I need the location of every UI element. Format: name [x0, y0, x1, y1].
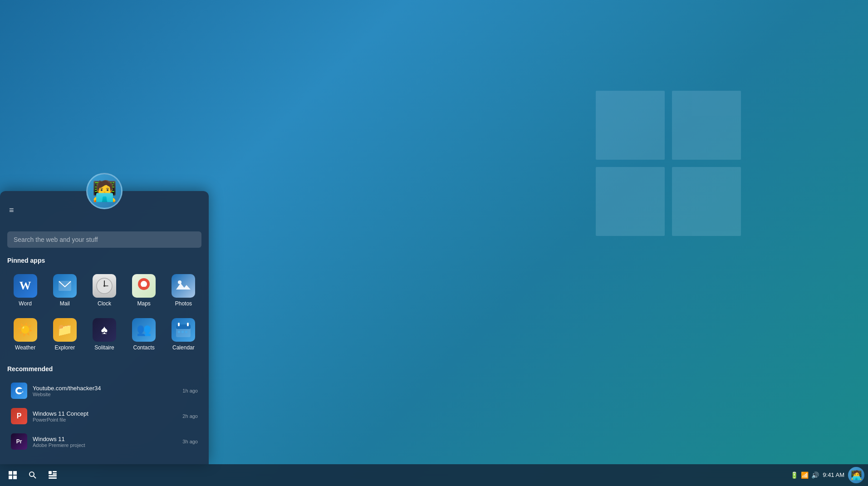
svg-rect-15 [185, 331, 187, 333]
rec-item-youtube[interactable]: Youtube.com/thehacker34Website1h ago [7, 379, 201, 403]
svg-rect-13 [178, 331, 180, 333]
photos-label: Photos [175, 300, 192, 307]
rec-item-windows11[interactable]: PrWindows 11Adobe Premiere project3h ago [7, 430, 201, 453]
taskbar-avatar[interactable]: 🧑‍💻 [848, 467, 864, 483]
win11concept-icon: P [11, 408, 27, 424]
taskbar-system-icons: 🔋 📶 🔊 [790, 471, 819, 479]
svg-line-21 [34, 476, 36, 478]
svg-point-20 [29, 472, 34, 476]
svg-rect-16 [9, 471, 12, 475]
pinned-app-word[interactable]: WWord [7, 270, 43, 310]
search-taskbar-button[interactable] [24, 466, 42, 484]
win11concept-time: 2h ago [182, 413, 198, 419]
pinned-app-maps[interactable]: Maps [126, 270, 162, 310]
maps-icon [132, 274, 156, 298]
battery-icon: 🔋 [790, 471, 798, 479]
svg-rect-18 [9, 476, 12, 479]
win-pane-bl [596, 167, 665, 236]
taskbar-clock[interactable]: 9:41 AM [823, 471, 844, 479]
taskbar-right: 🔋 📶 🔊 9:41 AM 🧑‍💻 [790, 467, 868, 483]
svg-point-4 [103, 285, 105, 287]
explorer-label: Explorer [54, 344, 75, 351]
recommended-label: Recommended [7, 365, 201, 373]
calendar-label: Calendar [172, 344, 195, 351]
win11concept-info: Windows 11 ConceptPowerPoint file [33, 410, 182, 422]
win-pane-tl [596, 91, 665, 160]
youtube-name: Youtube.com/thehacker34 [33, 385, 182, 392]
mail-icon [53, 274, 77, 298]
pinned-apps-label: Pinned apps [7, 257, 201, 264]
youtube-icon [11, 383, 27, 399]
maps-label: Maps [137, 300, 151, 307]
weather-icon: ☀️ [14, 318, 37, 342]
solitaire-icon: ♠ [93, 318, 116, 342]
svg-rect-25 [49, 475, 57, 476]
svg-rect-23 [53, 471, 57, 472]
youtube-time: 1h ago [182, 388, 198, 393]
taskbar: 🔋 📶 🔊 9:41 AM 🧑‍💻 [0, 464, 868, 486]
windows-logo [596, 91, 741, 236]
svg-rect-12 [187, 323, 189, 326]
pinned-app-mail[interactable]: Mail [47, 270, 83, 310]
pinned-app-clock[interactable]: Clock [86, 270, 122, 310]
youtube-info: Youtube.com/thehacker34Website [33, 385, 182, 397]
windows11-info: Windows 11Adobe Premiere project [33, 436, 182, 448]
windows11-time: 3h ago [182, 439, 198, 444]
svg-rect-11 [178, 323, 180, 326]
svg-rect-22 [49, 471, 52, 474]
clock-label: Clock [98, 300, 111, 307]
explorer-icon: 📁 [53, 318, 77, 342]
svg-rect-24 [53, 473, 57, 475]
contacts-icon: 👥 [132, 318, 156, 342]
pinned-app-contacts[interactable]: 👥Contacts [126, 314, 162, 354]
rec-item-win11concept[interactable]: PWindows 11 ConceptPowerPoint file2h ago [7, 404, 201, 428]
win11concept-name: Windows 11 Concept [33, 410, 182, 417]
windows11-icon: Pr [11, 433, 27, 450]
volume-icon: 🔊 [811, 471, 819, 479]
widgets-button[interactable] [44, 466, 62, 484]
pinned-app-weather[interactable]: ☀️Weather [7, 314, 43, 354]
pinned-app-photos[interactable]: Photos [166, 270, 201, 310]
contacts-label: Contacts [133, 344, 155, 351]
avatar[interactable]: 🧑‍💻 [86, 173, 123, 209]
win-pane-br [672, 167, 741, 236]
wifi-icon: 📶 [801, 471, 809, 479]
svg-point-6 [141, 281, 147, 287]
photos-icon [172, 274, 195, 298]
windows11-name: Windows 11 [33, 436, 182, 442]
search-input[interactable] [7, 231, 201, 248]
taskbar-left [0, 466, 62, 484]
clock-icon [93, 274, 116, 298]
clock-time: 9:41 AM [823, 471, 844, 479]
pinned-app-calendar[interactable]: Calendar [166, 314, 201, 354]
pinned-app-solitaire[interactable]: ♠Solitaire [86, 314, 122, 354]
desktop: 🧑‍💻 ≡ Pinned apps WWordMailClockMapsPhot… [0, 0, 868, 486]
svg-rect-26 [49, 477, 57, 479]
svg-rect-14 [181, 331, 184, 333]
weather-label: Weather [15, 344, 35, 351]
pinned-app-explorer[interactable]: 📁Explorer [47, 314, 83, 354]
start-menu: 🧑‍💻 ≡ Pinned apps WWordMailClockMapsPhot… [0, 191, 209, 464]
recommended-list: Youtube.com/thehacker34Website1h agoPWin… [7, 379, 201, 453]
youtube-type: Website [33, 392, 182, 397]
svg-rect-17 [13, 471, 17, 475]
svg-point-8 [178, 280, 181, 284]
windows11-type: Adobe Premiere project [33, 442, 182, 448]
win-pane-tr [672, 91, 741, 160]
calendar-icon [172, 318, 195, 342]
solitaire-label: Solitaire [94, 344, 114, 351]
mail-label: Mail [60, 300, 70, 307]
svg-rect-19 [13, 476, 17, 479]
win11concept-type: PowerPoint file [33, 417, 182, 422]
pinned-apps-grid: WWordMailClockMapsPhotos☀️Weather📁Explor… [7, 270, 201, 354]
word-label: Word [19, 300, 31, 307]
start-button[interactable] [4, 466, 22, 484]
word-icon: W [14, 274, 37, 298]
